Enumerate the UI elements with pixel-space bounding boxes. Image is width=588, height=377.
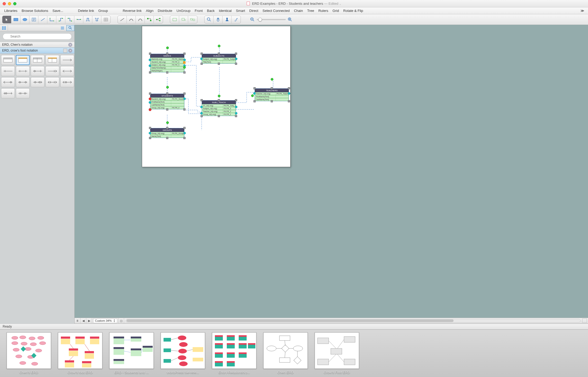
shape-rel-12[interactable] [1,88,15,98]
zoom-out-icon[interactable] [250,17,255,22]
library-row-chen[interactable]: ERD, Chen's notation ✕ [0,42,74,48]
menu-select-connected[interactable]: Select Connected [260,8,292,13]
svg-rect-12 [71,21,72,21]
h-scroll-thumb[interactable] [126,319,454,322]
entity-groups[interactable]: GROUPS Group_Id(Long)PK:PK_Groups Name(T… [150,128,184,138]
link-bezier-icon[interactable] [136,16,145,23]
entity-subjects[interactable]: SUBJECTS Subject_Id(Long)PK:PK_Subjects … [202,54,236,64]
stepper-icon[interactable]: ▲▼ [113,319,115,323]
shape-rel-2[interactable] [1,66,15,76]
menu-identical[interactable]: Identical [217,8,234,13]
library-view-icon[interactable] [0,25,8,31]
ellipse-tool-icon[interactable] [20,16,29,23]
menu-browse-solutions[interactable]: Browse Solutions [20,8,50,13]
entity-teachers[interactable]: TEACHERS Teacher_Id(Long)PK:PK_Teachers … [255,88,289,101]
menu-direct[interactable]: Direct [247,8,260,13]
menu-distribute[interactable]: Distribute [156,8,174,13]
entity-students[interactable]: STUDENTS Student_Id(Long)PK:PK_Students … [150,94,184,109]
h-scrollbar[interactable] [126,319,581,323]
search-input[interactable] [3,33,72,40]
menu-delete-link[interactable]: Delete link [76,8,96,13]
fit-page-icon[interactable] [582,319,587,323]
shape-entity-1[interactable] [1,55,15,65]
overflow-icon[interactable]: ≫ [579,9,586,13]
menu-rotate-flip[interactable]: Rotate & Flip [341,8,365,13]
library-row-crowsfoot[interactable]: ERD, crow's foot notation ✕ [0,48,74,53]
link-arc-icon[interactable] [127,16,136,23]
shape-rel-13[interactable] [16,88,30,98]
pan-icon[interactable] [214,16,223,23]
menu-group[interactable]: Group [96,8,110,13]
menu-ungroup[interactable]: UnGroup [174,8,193,13]
zoom-select[interactable]: Custom 34% ▲▼ [93,318,117,323]
pointer-tool-icon[interactable] [2,16,11,23]
connection-handle[interactable] [166,121,169,124]
rect-tool-icon[interactable] [11,16,20,23]
entity-subj-teach[interactable]: SUBJ_TEACH ST_Id(Long)PK:PK_Subj_Teach S… [202,100,236,116]
shape-entity-4[interactable] [46,55,59,65]
close-icon[interactable]: ✕ [68,49,72,53]
connector2-tool-icon[interactable] [65,16,74,23]
zoom-track[interactable] [257,19,286,20]
line-tool-icon[interactable] [38,16,47,23]
lasso-rect-icon[interactable] [170,16,179,23]
shape-rel-3[interactable] [16,66,30,76]
chevron-down-icon[interactable]: ⌄ [339,3,341,5]
connection-handle[interactable] [271,78,273,81]
link-smart-icon[interactable] [145,16,154,23]
stamp-icon[interactable] [223,16,232,23]
menu-align[interactable]: Align [144,8,156,13]
shape-rel-10[interactable] [46,77,59,87]
shape-rel-4[interactable] [31,66,44,76]
menu-smart[interactable]: Smart [234,8,247,13]
zoom-thumb[interactable] [258,18,262,21]
table-tool-icon[interactable] [101,16,110,23]
menu-chain[interactable]: Chain [292,8,305,13]
save-icon[interactable] [63,49,67,53]
shape-rel-1[interactable] [60,55,74,65]
menu-rulers[interactable]: Rulers [316,8,331,13]
menu-tree[interactable]: Tree [305,8,316,13]
close-icon[interactable]: ✕ [68,43,72,47]
connector5-tool-icon[interactable] [92,16,101,23]
pause-pages-icon[interactable]: ⏸ [75,318,80,323]
connector4-tool-icon[interactable] [83,16,92,23]
lasso-add-icon[interactable]: + [179,16,188,23]
menu-grid[interactable]: Grid [330,8,341,13]
list-view-icon[interactable] [58,25,66,31]
menu-save[interactable]: Save... [50,8,65,13]
menu-libraries[interactable]: Libraries [2,8,20,13]
zoom-in-icon[interactable] [288,17,292,22]
menu-reverse-link[interactable]: Reverse link [121,8,144,13]
zoom-slider[interactable] [250,17,292,22]
shape-rel-5[interactable] [46,66,59,76]
connector-tool-icon[interactable] [56,16,65,23]
connection-handle[interactable] [218,45,220,47]
link-straight-icon[interactable] [118,16,127,23]
connector3-tool-icon[interactable] [74,16,83,23]
prev-page-icon[interactable]: ◀ [80,318,86,323]
shape-rel-7[interactable] [1,77,15,87]
canvas[interactable]: MARKS MarkId(Long)PK:PK_Marks Student_Id… [75,25,588,324]
zoom-icon[interactable] [205,16,214,23]
shape-rel-9[interactable] [31,77,44,87]
text-tool-icon[interactable] [29,16,38,23]
elbow-tool-icon[interactable] [47,16,56,23]
shape-rel-11[interactable] [60,77,74,87]
shape-entity-3[interactable] [31,55,44,65]
connection-handle[interactable] [166,86,169,89]
menu-front[interactable]: Front [193,8,205,13]
menu-back[interactable]: Back [205,8,217,13]
search-tab-icon[interactable] [66,25,74,31]
shape-rel-8[interactable] [16,77,30,87]
eyedropper-icon[interactable] [232,16,241,23]
lasso-group-icon[interactable] [188,16,197,23]
connection-handle[interactable] [166,47,169,49]
link-multi-icon[interactable] [154,16,163,23]
shape-rel-6[interactable] [60,66,74,76]
next-page-icon[interactable]: ▶ [86,318,92,323]
shape-entity-2[interactable] [16,55,30,65]
entity-marks[interactable]: MARKS MarkId(Long)PK:PK_Marks Student_Id… [150,54,184,72]
split-icon[interactable]: ◫ [118,318,124,323]
connection-handle[interactable] [218,95,220,97]
